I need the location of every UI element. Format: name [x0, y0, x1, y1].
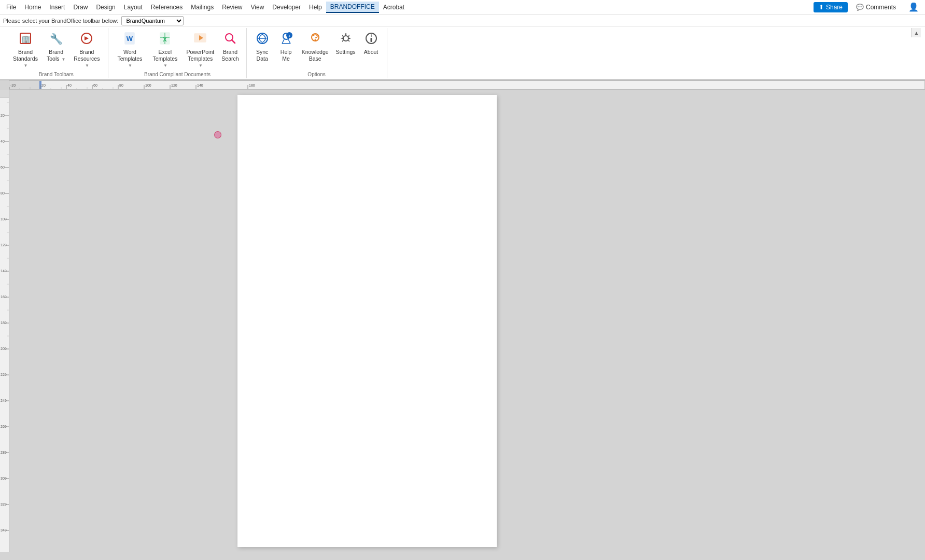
about-label: About	[364, 49, 378, 55]
menu-mailings[interactable]: Mailings	[187, 2, 218, 12]
menu-acrobat[interactable]: Acrobat	[379, 2, 409, 12]
about-icon: i	[364, 31, 379, 48]
ruler-corner	[0, 80, 9, 90]
powerpoint-templates-icon	[193, 31, 207, 48]
knowledge-base-button[interactable]: KnowledgeBase	[299, 29, 332, 64]
toolbar-selector-dropdown[interactable]: BrandQuantum BrandStandard BrandLight	[121, 16, 184, 25]
svg-text:180: 180	[249, 83, 255, 87]
brand-search-label: BrandSearch	[221, 49, 239, 62]
brand-tools-button[interactable]: 🔧 BrandTools ▼	[44, 29, 68, 64]
sync-data-label: SyncData	[256, 49, 268, 62]
menu-help[interactable]: Help	[305, 2, 326, 12]
vertical-ruler: 20 40 60 80 100 120 140 160 180 200 220 …	[0, 90, 9, 552]
svg-text:+: +	[288, 34, 290, 38]
svg-text:80: 80	[1, 191, 5, 195]
svg-text:160: 160	[1, 295, 7, 299]
word-templates-label: WordTemplates ▼	[116, 49, 144, 68]
canvas-area[interactable]	[9, 90, 925, 552]
horizontal-ruler: -20 20 40 60 80 100 120 140 180	[9, 80, 925, 90]
menu-file[interactable]: File	[2, 2, 20, 12]
brand-standards-button[interactable]: 🏢 BrandStandards ▼	[8, 29, 43, 71]
brand-resources-button[interactable]: BrandResources ▼	[69, 29, 104, 71]
toolbar-selector-row: Please select your BrandOffice toolbar b…	[0, 15, 925, 27]
svg-text:-20: -20	[10, 83, 16, 87]
svg-point-23	[314, 39, 316, 41]
svg-text:100: 100	[1, 217, 7, 221]
svg-text:320: 320	[1, 502, 7, 506]
menu-developer[interactable]: Developer	[268, 2, 305, 12]
svg-text:120: 120	[171, 83, 177, 87]
comments-button[interactable]: 💬 Comments	[852, 2, 900, 12]
brand-resources-label: BrandResources ▼	[73, 49, 101, 68]
svg-text:X: X	[163, 36, 167, 43]
menu-design[interactable]: Design	[92, 2, 119, 12]
svg-line-17	[282, 39, 284, 44]
svg-text:280: 280	[1, 451, 7, 454]
sync-data-icon	[255, 31, 270, 48]
toolbar-selector-label: Please select your BrandOffice toolbar b…	[3, 18, 118, 24]
menu-home[interactable]: Home	[20, 2, 45, 12]
brand-search-button[interactable]: BrandSearch	[218, 29, 242, 64]
menu-layout[interactable]: Layout	[120, 2, 147, 12]
settings-icon	[339, 31, 353, 48]
svg-text:W: W	[127, 35, 133, 43]
sync-data-button[interactable]: SyncData	[251, 29, 274, 64]
ribbon-collapse-button[interactable]: ▲	[912, 28, 921, 37]
menu-insert[interactable]: Insert	[45, 2, 69, 12]
account-icon[interactable]: 👤	[904, 1, 923, 13]
ribbon-group-brand-compliant: W WordTemplates ▼ X ExcelTemplates ▼	[108, 28, 246, 78]
help-me-button[interactable]: + HelpMe	[275, 29, 298, 64]
comments-icon: 💬	[856, 4, 864, 11]
svg-text:220: 220	[1, 373, 7, 376]
main-area: 20 40 60 80 100 120 140 160 180 200 220 …	[0, 90, 925, 552]
excel-templates-icon: X	[158, 31, 172, 48]
svg-text:40: 40	[67, 83, 72, 87]
svg-text:140: 140	[1, 269, 7, 273]
brand-standards-label: BrandStandards ▼	[11, 49, 39, 68]
svg-text:120: 120	[1, 243, 7, 247]
about-button[interactable]: i About	[360, 29, 383, 58]
word-templates-button[interactable]: W WordTemplates ▼	[113, 29, 147, 71]
settings-button[interactable]: Settings	[333, 29, 359, 58]
share-button[interactable]: ⬆ Share	[814, 2, 848, 12]
excel-templates-button[interactable]: X ExcelTemplates ▼	[148, 29, 182, 71]
mouse-cursor	[214, 131, 221, 138]
menu-draw[interactable]: Draw	[69, 2, 92, 12]
svg-text:180: 180	[1, 321, 7, 325]
share-label: Share	[826, 4, 843, 11]
document-page[interactable]	[237, 95, 497, 547]
menu-references[interactable]: References	[147, 2, 187, 12]
brand-standards-icon: 🏢	[18, 31, 33, 48]
svg-rect-58	[0, 90, 9, 97]
ribbon-group-brand-toolbars: 🏢 BrandStandards ▼ 🔧 BrandTools ▼	[4, 28, 108, 78]
knowledge-base-label: KnowledgeBase	[302, 49, 329, 62]
menu-right-actions: ⬆ Share 💬 Comments 👤	[814, 1, 923, 13]
vertical-ruler-svg: 20 40 60 80 100 120 140 160 180 200 220 …	[0, 90, 9, 552]
menu-bar: File Home Insert Draw Design Layout Refe…	[0, 0, 925, 15]
svg-point-24	[343, 36, 348, 41]
menu-review[interactable]: Review	[218, 2, 246, 12]
svg-line-13	[232, 40, 235, 43]
menu-view[interactable]: View	[247, 2, 269, 12]
brand-tools-label: BrandTools ▼	[47, 49, 65, 62]
powerpoint-templates-label: PowerPointTemplates ▼	[186, 49, 214, 68]
svg-text:🏢: 🏢	[21, 35, 31, 44]
ribbon-group-options: SyncData + HelpMe	[247, 28, 387, 78]
svg-text:100: 100	[145, 83, 151, 87]
powerpoint-templates-button[interactable]: PowerPointTemplates ▼	[183, 29, 217, 71]
options-items: SyncData + HelpMe	[251, 29, 383, 71]
help-me-icon: +	[279, 31, 293, 48]
comments-label: Comments	[866, 4, 896, 11]
svg-text:240: 240	[1, 399, 7, 402]
brand-compliant-items: W WordTemplates ▼ X ExcelTemplates ▼	[113, 29, 242, 71]
brand-compliant-group-label: Brand Compliant Documents	[113, 71, 242, 77]
menu-brandoffice[interactable]: BRANDOFFICE	[326, 2, 379, 13]
knowledge-base-icon	[308, 31, 323, 48]
svg-text:i: i	[370, 33, 371, 38]
settings-label: Settings	[336, 49, 356, 55]
brand-toolbars-items: 🏢 BrandStandards ▼ 🔧 BrandTools ▼	[8, 29, 104, 71]
svg-line-18	[288, 39, 290, 44]
svg-text:60: 60	[1, 165, 5, 169]
brand-resources-icon	[79, 31, 94, 48]
svg-text:60: 60	[93, 83, 97, 87]
